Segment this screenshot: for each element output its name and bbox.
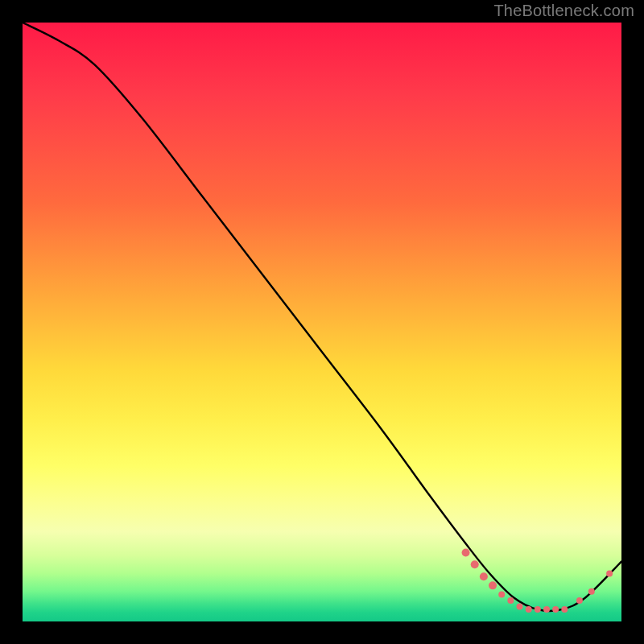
marker-group xyxy=(462,548,613,613)
data-marker xyxy=(552,606,559,613)
data-marker xyxy=(507,597,514,604)
plot-area xyxy=(23,23,621,621)
data-marker xyxy=(471,560,479,568)
watermark-label: TheBottleneck.com xyxy=(493,2,634,20)
data-marker xyxy=(576,597,583,604)
chart-stage: TheBottleneck.com xyxy=(0,0,644,644)
data-marker xyxy=(526,606,532,613)
data-marker xyxy=(489,581,497,589)
data-marker xyxy=(535,606,541,613)
data-marker xyxy=(480,572,488,580)
data-marker xyxy=(543,606,550,613)
data-marker xyxy=(462,548,470,556)
data-marker xyxy=(588,588,595,595)
curve-line xyxy=(23,23,621,611)
data-marker xyxy=(498,592,505,598)
data-marker xyxy=(517,603,523,609)
data-marker xyxy=(561,606,568,613)
data-marker xyxy=(606,570,613,576)
chart-svg xyxy=(23,23,621,621)
